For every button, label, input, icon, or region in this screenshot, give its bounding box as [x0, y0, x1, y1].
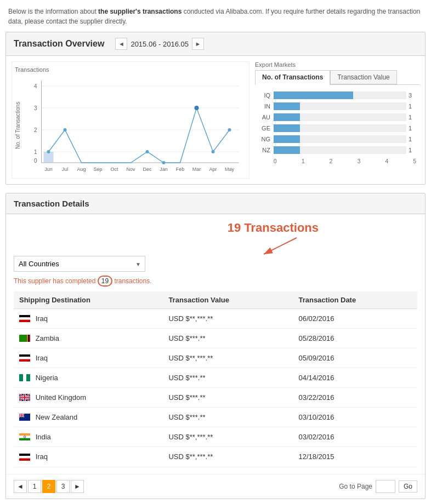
chart-section-label: Transactions [15, 66, 246, 73]
table-row: Iraq USD $**,***.** 12/18/2015 [14, 447, 417, 467]
annotation-text: 19 Transactions [228, 221, 319, 235]
transaction-date: 12/18/2015 [293, 447, 417, 467]
svg-text:Jun: Jun [44, 167, 53, 172]
svg-text:Feb: Feb [176, 167, 185, 172]
transaction-value: USD $**,***.** [163, 427, 293, 447]
svg-rect-34 [19, 317, 30, 319]
transaction-value: USD $**,***.** [163, 348, 293, 368]
svg-rect-72 [19, 458, 30, 460]
intro-text: Below is the information about the suppl… [0, 0, 431, 32]
svg-point-16 [195, 106, 199, 110]
transaction-date: 03/02/2016 [293, 427, 417, 447]
flag-iraq [19, 454, 30, 461]
date-range: 2015.06 - 2016.05 [131, 40, 189, 48]
svg-text:Oct: Oct [110, 167, 118, 172]
annotation-area: 19 Transactions [14, 221, 417, 254]
svg-text:Jul: Jul [62, 167, 69, 172]
bar-row-ng: NG 1 [258, 135, 416, 143]
transaction-date: 06/02/2016 [293, 309, 417, 329]
transaction-date: 03/22/2016 [293, 388, 417, 408]
overview-title: Transaction Overview [14, 39, 104, 49]
line-chart-svg: 4 3 2 1 0 [23, 75, 246, 174]
country-name: Iraq [36, 354, 48, 362]
svg-rect-39 [29, 335, 30, 342]
svg-text:May: May [225, 167, 235, 172]
line-chart: 4 3 2 1 0 [23, 75, 246, 175]
table-row: Iraq USD $**,***.** 05/09/2016 [14, 348, 417, 368]
details-header: Transaction Details [6, 193, 425, 214]
flag-iraq [19, 315, 30, 322]
svg-text:1: 1 [34, 149, 37, 155]
svg-point-15 [162, 161, 166, 164]
transaction-date: 05/09/2016 [293, 348, 417, 368]
prev-page-button[interactable]: ◄ [14, 480, 27, 493]
transaction-date: 05/28/2016 [293, 329, 417, 348]
col-value: Transaction Value [163, 291, 293, 309]
svg-rect-65 [19, 415, 24, 416]
flag-nigeria [19, 374, 30, 381]
goto-page-area: Go to Page Go [339, 480, 417, 493]
svg-rect-42 [19, 357, 30, 359]
table-row: Iraq USD $**,***.** 06/02/2016 [14, 309, 417, 329]
annotation-arrow [253, 235, 319, 257]
country-select[interactable]: All Countries [14, 256, 145, 272]
svg-text:Nov: Nov [126, 167, 135, 172]
svg-rect-71 [19, 456, 30, 458]
svg-text:2: 2 [34, 127, 37, 133]
transaction-date: 04/14/2016 [293, 368, 417, 388]
table-row: Zambia USD $***.** 05/28/2016 [14, 329, 417, 348]
transaction-value: USD $***.** [163, 368, 293, 388]
next-page-button[interactable]: ► [71, 480, 84, 493]
page-2-button[interactable]: 2 [42, 480, 55, 493]
svg-rect-33 [19, 315, 30, 317]
country-filter-wrapper[interactable]: All Countries [14, 256, 145, 272]
svg-rect-46 [26, 374, 30, 381]
svg-point-17 [212, 150, 215, 153]
goto-input[interactable] [376, 480, 395, 493]
svg-line-32 [264, 238, 297, 254]
tab-value[interactable]: Transaction Value [330, 70, 396, 84]
bar-row-ge: GE 1 [258, 124, 416, 132]
bar-chart-area: IQ 3 IN 1 AU 1 GE [255, 89, 419, 167]
page-buttons: ◄ 1 2 3 ► [14, 480, 84, 493]
bar-row-au: AU 1 [258, 113, 416, 121]
page-1-button[interactable]: 1 [28, 480, 41, 493]
svg-point-14 [146, 150, 149, 153]
flag-india [19, 433, 30, 440]
country-name: Zambia [36, 334, 59, 342]
filter-row: All Countries [14, 256, 417, 272]
svg-rect-44 [19, 374, 23, 381]
svg-rect-41 [19, 354, 30, 357]
bar-row-iq: IQ 3 [258, 91, 416, 99]
bar-row-in: IN 1 [258, 102, 416, 110]
svg-rect-43 [19, 359, 30, 362]
prev-period-button[interactable]: ◄ [115, 38, 127, 50]
table-row: India USD $**,***.** 03/02/2016 [14, 427, 417, 447]
svg-rect-38 [28, 335, 29, 342]
next-period-button[interactable]: ► [192, 38, 204, 50]
svg-text:Dec: Dec [143, 167, 152, 172]
flag-zambia [19, 335, 30, 342]
table-row: Nigeria USD $***.** 04/14/2016 [14, 368, 417, 388]
tab-transactions[interactable]: No. of Transactions [255, 70, 330, 85]
svg-rect-55 [19, 397, 30, 398]
col-date: Transaction Date [293, 291, 417, 309]
count-value: 19 [98, 276, 112, 287]
details-body: 19 Transactions All Countries This su [6, 214, 425, 474]
transaction-count: This supplier has completed 19 transacti… [14, 277, 417, 285]
page-3-button[interactable]: 3 [56, 480, 70, 493]
goto-label: Go to Page [339, 483, 372, 490]
transaction-date: 03/10/2016 [293, 408, 417, 427]
overview-header: Transaction Overview ◄ 2015.06 - 2016.05… [6, 32, 425, 56]
svg-rect-68 [19, 438, 30, 440]
country-name: Iraq [36, 453, 48, 461]
y-axis-label: No. of Transactions [15, 75, 21, 175]
goto-button[interactable]: Go [399, 480, 417, 492]
svg-point-13 [64, 128, 67, 131]
country-name: India [36, 433, 51, 441]
transaction-overview-section: Transaction Overview ◄ 2015.06 - 2016.05… [5, 32, 426, 185]
svg-point-12 [47, 150, 50, 153]
flag-uk [19, 394, 30, 401]
col-destination: Shipping Destination [14, 291, 163, 309]
transaction-value: USD $***.** [163, 329, 293, 348]
